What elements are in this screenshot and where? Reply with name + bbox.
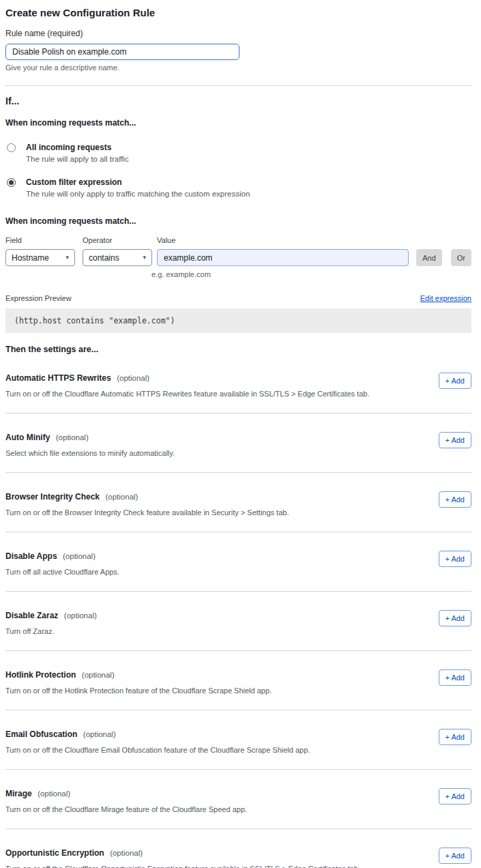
add-setting-button[interactable]: + Add — [439, 788, 471, 805]
or-button[interactable]: Or — [451, 249, 471, 266]
operator-column-label: Operator — [83, 236, 152, 244]
setting-row: Email Obfuscation (optional) Turn on or … — [5, 710, 471, 770]
then-settings-heading: Then the settings are... — [5, 345, 471, 354]
radio-all-label: All incoming requests — [26, 143, 129, 152]
page-title: Create new Configuration Rule — [5, 7, 471, 18]
setting-description: Turn on or off the Hotlink Protection fe… — [5, 686, 272, 695]
setting-name: Email Obfuscation — [5, 729, 77, 739]
expression-builder: When incoming requests match... Field Op… — [5, 216, 471, 278]
operator-select[interactable]: contains ▾ — [83, 249, 152, 266]
expression-value-input[interactable] — [157, 249, 409, 266]
setting-row: Mirage (optional) Turn on or off the Clo… — [5, 770, 471, 829]
if-heading: If... — [5, 96, 471, 106]
settings-list: Automatic HTTPS Rewrites (optional) Turn… — [5, 354, 471, 868]
configuration-rule-form: Create new Configuration Rule Rule name … — [0, 0, 481, 868]
builder-match-label: When incoming requests match... — [5, 216, 471, 226]
field-select-value: Hostname — [12, 253, 49, 263]
add-setting-button[interactable]: + Add — [439, 373, 471, 389]
setting-row: Opportunistic Encryption (optional) Turn… — [5, 829, 471, 868]
setting-name: Auto Minify — [5, 433, 50, 442]
setting-description: Turn off all active Cloudflare Apps. — [5, 568, 119, 576]
setting-name: Disable Zaraz — [5, 611, 58, 620]
setting-optional-suffix: (optional) — [83, 730, 116, 738]
setting-name: Automatic HTTPS Rewrites — [5, 373, 111, 383]
add-setting-button[interactable]: + Add — [439, 491, 471, 508]
setting-description: Turn on or off the Browser Integrity Che… — [5, 508, 289, 517]
add-setting-button[interactable]: + Add — [439, 848, 471, 864]
setting-name: Hotlink Protection — [5, 670, 76, 680]
setting-optional-suffix: (optional) — [110, 849, 143, 857]
value-example-helper: e.g. example.com — [151, 270, 471, 278]
radio-custom-description: The rule will only apply to traffic matc… — [26, 190, 250, 198]
caret-down-icon: ▾ — [65, 255, 69, 261]
radio-checked-icon — [7, 178, 16, 187]
setting-description: Turn off Zaraz. — [5, 627, 97, 635]
setting-name: Opportunistic Encryption — [5, 848, 104, 858]
setting-description: Turn on or off the Cloudflare Automatic … — [5, 390, 369, 398]
radio-custom-filter-expression[interactable]: Custom filter expression The rule will o… — [5, 177, 471, 198]
add-setting-button[interactable]: + Add — [439, 669, 471, 686]
field-select[interactable]: Hostname ▾ — [5, 249, 75, 266]
setting-optional-suffix: (optional) — [56, 433, 89, 442]
radio-unchecked-icon — [7, 143, 16, 152]
setting-description: Select which file extensions to minify a… — [5, 449, 175, 457]
setting-optional-suffix: (optional) — [82, 671, 115, 679]
rule-name-input[interactable] — [5, 44, 239, 60]
setting-name: Disable Apps — [5, 551, 57, 561]
expression-preview-label: Expression Preview — [5, 294, 72, 302]
setting-description: Turn on or off the Cloudflare Opportunis… — [5, 865, 360, 868]
section-divider — [5, 85, 471, 86]
setting-row: Hotlink Protection (optional) Turn on or… — [5, 651, 471, 710]
edit-expression-link[interactable]: Edit expression — [420, 294, 471, 302]
radio-custom-label: Custom filter expression — [26, 177, 250, 187]
operator-select-value: contains — [89, 253, 119, 263]
setting-optional-suffix: (optional) — [38, 790, 70, 798]
setting-name: Mirage — [5, 789, 32, 798]
incoming-match-label: When incoming requests match... — [5, 118, 471, 128]
setting-optional-suffix: (optional) — [106, 493, 139, 501]
radio-all-description: The rule will apply to all traffic — [26, 155, 129, 163]
rule-name-label: Rule name (required) — [5, 29, 471, 38]
setting-description: Turn on or off the Cloudflare Email Obfu… — [5, 746, 310, 754]
caret-down-icon: ▾ — [143, 255, 146, 261]
match-type-radio-group: All incoming requests The rule will appl… — [5, 143, 471, 198]
setting-description: Turn on or off the Cloudflare Mirage fea… — [5, 805, 247, 813]
field-column-label: Field — [5, 236, 75, 244]
setting-row: Disable Apps (optional) Turn off all act… — [5, 532, 471, 592]
and-button[interactable]: And — [416, 249, 442, 266]
setting-name: Browser Integrity Check — [5, 492, 100, 502]
setting-optional-suffix: (optional) — [63, 552, 96, 560]
add-setting-button[interactable]: + Add — [439, 729, 471, 745]
add-setting-button[interactable]: + Add — [439, 610, 471, 626]
setting-row: Browser Integrity Check (optional) Turn … — [5, 473, 471, 532]
add-setting-button[interactable]: + Add — [439, 432, 471, 448]
setting-row: Automatic HTTPS Rewrites (optional) Turn… — [5, 354, 471, 414]
radio-all-incoming-requests[interactable]: All incoming requests The rule will appl… — [5, 143, 471, 163]
expression-preview-code: (http.host contains "example.com") — [5, 308, 471, 333]
setting-row: Disable Zaraz (optional) Turn off Zaraz.… — [5, 592, 471, 651]
add-setting-button[interactable]: + Add — [439, 551, 471, 567]
setting-optional-suffix: (optional) — [64, 611, 97, 620]
rule-name-helper: Give your rule a descriptive name. — [5, 63, 471, 72]
value-column-label: Value — [157, 236, 175, 244]
setting-optional-suffix: (optional) — [117, 374, 149, 382]
setting-row: Auto Minify (optional) Select which file… — [5, 414, 471, 473]
